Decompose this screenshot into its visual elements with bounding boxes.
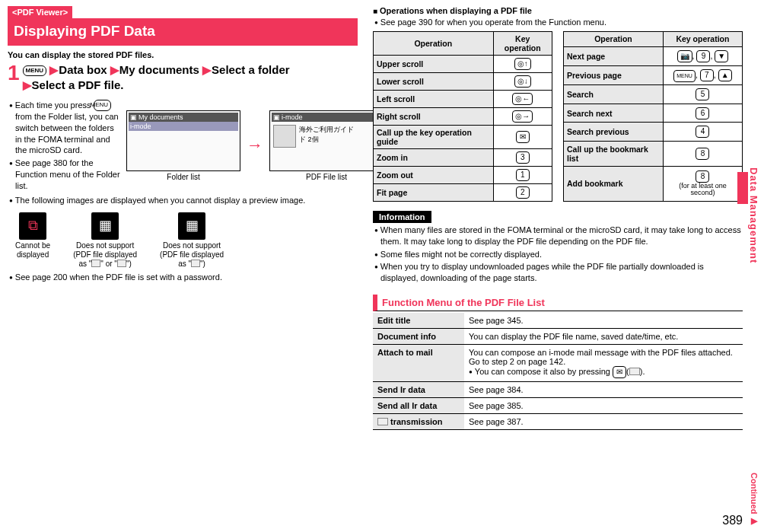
key-mail-icon: ✉ (516, 131, 530, 143)
softkey-icon (629, 368, 640, 375)
menu-badge: MENU (94, 100, 112, 111)
key-down-icon: ◎↓ (514, 75, 531, 88)
key-cam-icon: 📷 (677, 50, 692, 62)
section-title: Displaying PDF Data (8, 18, 358, 46)
subheader: ■Operations when displaying a PDF file (373, 6, 743, 15)
folder-icon: ▣ (130, 113, 137, 121)
key-down-tri-icon: ▼ (715, 50, 728, 62)
info-box: When many files are stored in the FOMA t… (373, 225, 743, 284)
bullet: See page 200 when the PDF file is set wi… (8, 272, 358, 283)
continued-label: Continued ▶ (750, 473, 759, 526)
key-8: 8 (696, 148, 709, 160)
chevron-icon: ▶ (23, 78, 32, 91)
key-6: 6 (696, 107, 709, 119)
key-up-tri-icon: ▲ (718, 69, 732, 81)
intro: You can display the stored PDF files. (8, 50, 358, 59)
function-menu-table: Edit titleSee page 345. Document infoYou… (373, 313, 743, 430)
side-tab: Data Management (737, 167, 759, 263)
step-number: 1 (8, 62, 20, 84)
caption: Folder list (126, 173, 240, 181)
pdf-thumb-icon (273, 125, 296, 148)
operations-table-2: OperationKey operation Next page📷, 9, ▼ … (563, 31, 743, 202)
key-8: 8 (696, 170, 709, 183)
section-label: <PDF Viewer> (8, 6, 358, 18)
thumb-not-support-2: ▦ Does not support (PDF file displayed a… (160, 212, 224, 269)
folder-list-screenshot: ▣My documents i-mode Folder list (126, 110, 240, 181)
key-left-icon: ◎← (512, 93, 533, 105)
folder-icon: ▣ (273, 113, 280, 121)
doc-icon: ▦ (91, 212, 119, 240)
arrow-icon: → (247, 135, 263, 155)
function-menu-title: Function Menu of the PDF File List (373, 295, 743, 311)
key-menu: MENU (673, 70, 696, 82)
menu-badge: MENU (23, 65, 47, 76)
caption: PDF File list (269, 173, 384, 181)
key-right-icon: ◎→ (512, 110, 533, 123)
ic-tx-icon (377, 418, 388, 425)
square-icon: ■ (373, 7, 377, 15)
placeholder-icon (91, 260, 100, 267)
key-4: 4 (696, 126, 709, 138)
chevron-icon: ▶ (110, 63, 119, 76)
key-mail-icon: ✉ (613, 366, 626, 378)
chevron-icon: ▶ (49, 63, 59, 76)
chevron-icon: ▶ (202, 63, 212, 76)
ng-icon: ⧉ (19, 212, 46, 240)
operations-table-1: OperationKey operation Upper scroll◎↑ Lo… (373, 31, 552, 202)
step-path: MENU ▶Data box ▶My documents ▶Select a f… (8, 62, 358, 92)
key-5: 5 (696, 88, 709, 100)
doc-icon: ▦ (178, 212, 205, 240)
key-2: 2 (516, 186, 530, 199)
key-9: 9 (696, 50, 710, 62)
bullet: See page 390 for when you operate from t… (373, 17, 743, 28)
placeholder-icon (191, 260, 200, 267)
page-number: 389 (722, 514, 743, 527)
key-up-icon: ◎↑ (514, 58, 531, 70)
side-block-icon (737, 172, 748, 204)
key-7: 7 (700, 69, 714, 81)
thumb-cannot-display: ⧉ Cannot be displayed (15, 212, 50, 260)
thumb-not-support-1: ▦ Does not support (PDF file displayed a… (73, 212, 137, 269)
placeholder-icon (117, 260, 126, 267)
key-1: 1 (516, 169, 530, 181)
bullet: See page 380 for the Function menu of th… (8, 158, 122, 192)
info-title: Information (373, 211, 431, 223)
pdf-list-screenshot: ▣i-mode 海外ご利用ガイド ド 2個 PDF File list (269, 110, 384, 181)
key-3: 3 (516, 151, 530, 164)
bullet: The following images are displayed when … (8, 195, 358, 206)
bullet: Each time you press MENU from the Folder… (8, 100, 122, 156)
